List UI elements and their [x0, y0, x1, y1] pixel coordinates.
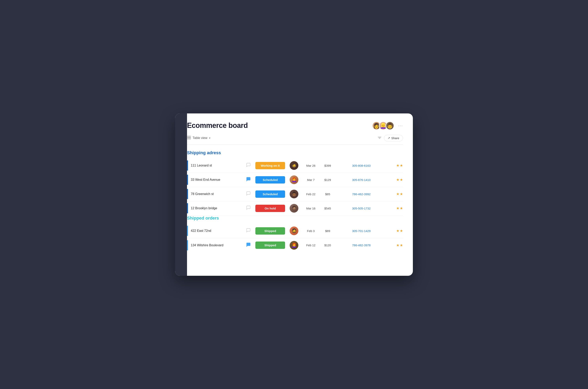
- chevron-down-icon: ▾: [209, 136, 210, 140]
- col-status[interactable]: Scheduled: [254, 176, 286, 184]
- star-icon[interactable]: ★: [400, 178, 403, 182]
- col-status[interactable]: Shipped: [254, 227, 286, 235]
- star-icon[interactable]: ★: [396, 192, 399, 196]
- col-date: Mar 26: [302, 164, 320, 167]
- person-avatar: 👨🏾: [290, 190, 298, 198]
- col-date: Feb 22: [302, 193, 320, 196]
- col-price: $129: [320, 178, 336, 182]
- svg-rect-2: [187, 138, 189, 139]
- device-frame: Ecommerce board 👩 👱‍♀️ 👨 ···: [175, 113, 413, 276]
- col-phone[interactable]: 305-701-1429: [336, 229, 387, 233]
- status-badge: On hold: [255, 205, 285, 212]
- row-indicator: [187, 175, 188, 185]
- person-avatar: 🧔: [290, 227, 298, 235]
- address-text: 78 Greenwich st: [191, 192, 214, 196]
- status-badge: Working on it: [255, 162, 285, 169]
- col-chat[interactable]: [242, 242, 254, 248]
- col-rating: ★★: [387, 243, 403, 247]
- sidebar: [175, 113, 187, 276]
- page-title: Ecommerce board: [187, 121, 248, 130]
- col-address: 78 Greenwich st: [187, 189, 242, 199]
- col-person-avatar: 👩‍🦰: [286, 175, 302, 184]
- table-row: 33 West End Avenue Scheduled👩‍🦰Mar 7$129…: [187, 173, 403, 187]
- row-indicator: [187, 240, 188, 250]
- star-icon[interactable]: ★: [400, 163, 403, 168]
- col-price: $399: [320, 164, 336, 167]
- more-options-icon[interactable]: ···: [398, 123, 403, 128]
- col-phone[interactable]: 305-876-1410: [336, 178, 387, 182]
- address-text: 134 Wilshire Boulevard: [191, 243, 223, 247]
- row-indicator: [187, 226, 188, 236]
- header-right: 👩 👱‍♀️ 👨 ···: [372, 121, 403, 130]
- table-row: 12 Brooklyn bridge On hold🧔🏽Mar 16$54530…: [187, 201, 403, 216]
- status-badge: Scheduled: [255, 176, 285, 184]
- col-chat[interactable]: [242, 162, 254, 168]
- col-status[interactable]: On hold: [254, 205, 286, 212]
- col-person-avatar: 🧔🏽: [286, 204, 302, 213]
- col-phone[interactable]: 786-462-3992: [336, 193, 387, 196]
- person-avatar: 👩‍🦰: [290, 175, 298, 184]
- avatar-group: 👩 👱‍♀️ 👨: [372, 121, 394, 130]
- svg-rect-3: [189, 138, 191, 139]
- col-status[interactable]: Working on it: [254, 162, 286, 169]
- share-label: Share: [391, 136, 399, 140]
- star-icon[interactable]: ★: [396, 229, 399, 233]
- col-chat[interactable]: [242, 177, 254, 183]
- chat-icon: [246, 162, 251, 168]
- chat-icon: [246, 228, 251, 234]
- col-date: Mar 7: [302, 178, 320, 182]
- col-address: 33 West End Avenue: [187, 175, 242, 185]
- col-rating: ★★: [387, 192, 403, 196]
- col-date: Feb 12: [302, 243, 320, 247]
- star-icon[interactable]: ★: [400, 229, 403, 233]
- row-indicator: [187, 160, 188, 171]
- star-icon[interactable]: ★: [396, 206, 399, 210]
- col-status[interactable]: Scheduled: [254, 191, 286, 198]
- filter-icon[interactable]: [378, 136, 381, 140]
- col-price: $120: [320, 243, 336, 247]
- col-date: Feb 3: [302, 229, 320, 233]
- share-button[interactable]: ↗ Share: [384, 135, 403, 141]
- col-rating: ★★: [387, 163, 403, 168]
- col-phone[interactable]: 786-482-3978: [336, 243, 387, 247]
- person-avatar: 🧔🏽: [290, 204, 298, 213]
- table-row: 422 East 72nd Shipped🧔Feb 3$89305-701-14…: [187, 224, 403, 238]
- col-phone[interactable]: 305-808-6163: [336, 164, 387, 167]
- col-price: $85: [320, 193, 336, 196]
- col-price: $89: [320, 229, 336, 233]
- star-icon[interactable]: ★: [396, 178, 399, 182]
- col-person-avatar: 🧔: [286, 161, 302, 170]
- toolbar: Table view ▾ ↗ Share: [187, 135, 403, 141]
- star-icon[interactable]: ★: [400, 206, 403, 210]
- avatar-3: 👨: [385, 121, 394, 130]
- section-title-shipping: Shipping adress: [187, 150, 403, 155]
- view-label: Table view: [193, 136, 208, 140]
- table-row: 111 Leonard st Working on it🧔Mar 26$3993…: [187, 159, 403, 173]
- table-row: 134 Wilshire Boulevard Shipped👩‍🦰Feb 12$…: [187, 238, 403, 252]
- star-icon[interactable]: ★: [396, 163, 399, 168]
- col-phone[interactable]: 305-505-1732: [336, 207, 387, 210]
- col-chat[interactable]: [242, 205, 254, 211]
- star-icon[interactable]: ★: [396, 243, 399, 247]
- sections-container: Shipping adress111 Leonard st Working on…: [187, 150, 403, 252]
- col-address: 111 Leonard st: [187, 160, 242, 171]
- address-text: 12 Brooklyn bridge: [191, 206, 217, 210]
- row-indicator: [187, 203, 188, 213]
- col-chat[interactable]: [242, 191, 254, 197]
- chat-icon: [246, 191, 251, 197]
- col-date: Mar 16: [302, 207, 320, 210]
- status-badge: Scheduled: [255, 191, 285, 198]
- chat-icon: [246, 205, 251, 211]
- toolbar-right: ↗ Share: [378, 135, 403, 141]
- header: Ecommerce board 👩 👱‍♀️ 👨 ···: [187, 121, 403, 130]
- table-row: 78 Greenwich st Scheduled👨🏾Feb 22$85786-…: [187, 187, 403, 201]
- col-chat[interactable]: [242, 228, 254, 234]
- person-avatar: 👩‍🦰: [290, 241, 298, 250]
- col-address: 134 Wilshire Boulevard: [187, 240, 242, 250]
- col-status[interactable]: Shipped: [254, 242, 286, 249]
- star-icon[interactable]: ★: [400, 192, 403, 196]
- star-icon[interactable]: ★: [400, 243, 403, 247]
- table-view-icon: [187, 136, 191, 141]
- view-selector[interactable]: Table view ▾: [187, 136, 210, 141]
- address-text: 33 West End Avenue: [191, 178, 220, 182]
